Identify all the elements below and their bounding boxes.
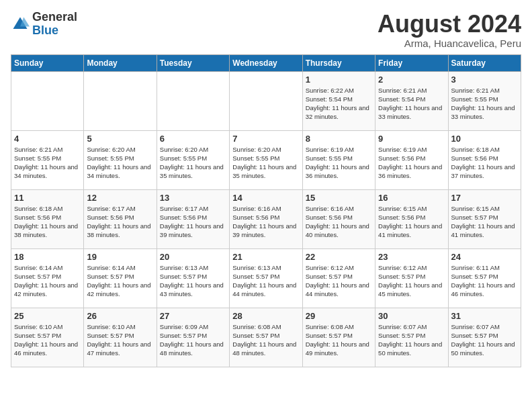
day-number: 4 [14, 134, 81, 144]
day-info: Sunrise: 6:10 AMSunset: 5:57 PMDaylight:… [14, 322, 81, 358]
day-info: Sunrise: 6:20 AMSunset: 5:55 PMDaylight:… [87, 145, 153, 181]
day-info: Sunrise: 6:11 AMSunset: 5:57 PMDaylight:… [451, 263, 518, 299]
logo: General Blue [11, 11, 77, 38]
calendar-cell: 3Sunrise: 6:21 AMSunset: 5:55 PMDaylight… [448, 71, 521, 130]
calendar-cell: 20Sunrise: 6:13 AMSunset: 5:57 PMDayligh… [157, 248, 229, 308]
day-info: Sunrise: 6:21 AMSunset: 5:54 PMDaylight:… [378, 86, 445, 122]
day-info: Sunrise: 6:15 AMSunset: 5:57 PMDaylight:… [451, 204, 518, 240]
day-number: 22 [306, 252, 372, 262]
calendar-cell: 17Sunrise: 6:15 AMSunset: 5:57 PMDayligh… [448, 189, 521, 248]
calendar-cell: 1Sunrise: 6:22 AMSunset: 5:54 PMDaylight… [302, 71, 375, 130]
day-info: Sunrise: 6:12 AMSunset: 5:57 PMDaylight:… [306, 263, 372, 299]
calendar-cell: 14Sunrise: 6:16 AMSunset: 5:56 PMDayligh… [230, 189, 302, 248]
day-number: 17 [451, 193, 518, 203]
day-number: 6 [160, 134, 226, 144]
day-number: 9 [378, 134, 445, 144]
day-number: 2 [378, 75, 445, 85]
logo-text: General Blue [32, 11, 77, 38]
day-number: 11 [14, 193, 81, 203]
calendar-cell: 11Sunrise: 6:18 AMSunset: 5:56 PMDayligh… [11, 189, 84, 248]
day-info: Sunrise: 6:14 AMSunset: 5:57 PMDaylight:… [14, 263, 81, 299]
day-info: Sunrise: 6:18 AMSunset: 5:56 PMDaylight:… [14, 204, 81, 240]
col-sunday: Sunday [11, 54, 84, 71]
page-header: General Blue August 2024 Arma, Huancavel… [11, 11, 521, 49]
calendar-cell: 22Sunrise: 6:12 AMSunset: 5:57 PMDayligh… [302, 248, 375, 308]
day-info: Sunrise: 6:09 AMSunset: 5:57 PMDaylight:… [160, 322, 226, 358]
day-info: Sunrise: 6:12 AMSunset: 5:57 PMDaylight:… [378, 263, 445, 299]
day-number: 19 [87, 252, 153, 262]
calendar-cell: 13Sunrise: 6:17 AMSunset: 5:56 PMDayligh… [157, 189, 229, 248]
day-number: 8 [306, 134, 372, 144]
day-number: 26 [87, 311, 153, 321]
day-info: Sunrise: 6:17 AMSunset: 5:56 PMDaylight:… [160, 204, 226, 240]
day-info: Sunrise: 6:16 AMSunset: 5:56 PMDaylight:… [232, 204, 299, 240]
calendar-cell: 2Sunrise: 6:21 AMSunset: 5:54 PMDaylight… [375, 71, 448, 130]
day-info: Sunrise: 6:16 AMSunset: 5:56 PMDaylight:… [306, 204, 372, 240]
col-friday: Friday [375, 54, 448, 71]
calendar-body: 1Sunrise: 6:22 AMSunset: 5:54 PMDaylight… [11, 71, 521, 367]
logo-general-text: General [32, 11, 77, 24]
day-number: 24 [451, 252, 518, 262]
day-number: 16 [378, 193, 445, 203]
day-number: 12 [87, 193, 153, 203]
calendar-week-4: 18Sunrise: 6:14 AMSunset: 5:57 PMDayligh… [11, 248, 521, 308]
day-number: 27 [160, 311, 226, 321]
day-number: 28 [232, 311, 299, 321]
day-info: Sunrise: 6:13 AMSunset: 5:57 PMDaylight:… [232, 263, 299, 299]
calendar-cell: 4Sunrise: 6:21 AMSunset: 5:55 PMDaylight… [11, 130, 84, 189]
logo-blue-text: Blue [32, 24, 77, 38]
day-number: 5 [87, 134, 153, 144]
calendar-cell: 25Sunrise: 6:10 AMSunset: 5:57 PMDayligh… [11, 308, 84, 367]
day-number: 31 [451, 311, 518, 321]
col-thursday: Thursday [302, 54, 375, 71]
calendar-week-3: 11Sunrise: 6:18 AMSunset: 5:56 PMDayligh… [11, 189, 521, 248]
day-number: 29 [306, 311, 372, 321]
day-info: Sunrise: 6:21 AMSunset: 5:55 PMDaylight:… [451, 86, 518, 122]
day-number: 20 [160, 252, 226, 262]
day-info: Sunrise: 6:15 AMSunset: 5:56 PMDaylight:… [378, 204, 445, 240]
day-info: Sunrise: 6:07 AMSunset: 5:57 PMDaylight:… [451, 322, 518, 358]
calendar-cell: 12Sunrise: 6:17 AMSunset: 5:56 PMDayligh… [84, 189, 157, 248]
calendar-subtitle: Arma, Huancavelica, Peru [378, 38, 521, 49]
calendar-cell: 28Sunrise: 6:08 AMSunset: 5:57 PMDayligh… [230, 308, 302, 367]
calendar-cell: 18Sunrise: 6:14 AMSunset: 5:57 PMDayligh… [11, 248, 84, 308]
col-saturday: Saturday [448, 54, 521, 71]
day-number: 30 [378, 311, 445, 321]
day-number: 25 [14, 311, 81, 321]
day-number: 18 [14, 252, 81, 262]
day-number: 10 [451, 134, 518, 144]
calendar-cell: 6Sunrise: 6:20 AMSunset: 5:55 PMDaylight… [157, 130, 229, 189]
col-tuesday: Tuesday [157, 54, 229, 71]
day-info: Sunrise: 6:22 AMSunset: 5:54 PMDaylight:… [306, 86, 372, 122]
day-number: 21 [232, 252, 299, 262]
calendar-week-5: 25Sunrise: 6:10 AMSunset: 5:57 PMDayligh… [11, 308, 521, 367]
logo-icon [11, 15, 30, 34]
day-info: Sunrise: 6:18 AMSunset: 5:56 PMDaylight:… [451, 145, 518, 181]
calendar-cell: 5Sunrise: 6:20 AMSunset: 5:55 PMDaylight… [84, 130, 157, 189]
day-info: Sunrise: 6:17 AMSunset: 5:56 PMDaylight:… [87, 204, 153, 240]
calendar-cell: 7Sunrise: 6:20 AMSunset: 5:55 PMDaylight… [230, 130, 302, 189]
calendar-week-2: 4Sunrise: 6:21 AMSunset: 5:55 PMDaylight… [11, 130, 521, 189]
calendar-cell: 23Sunrise: 6:12 AMSunset: 5:57 PMDayligh… [375, 248, 448, 308]
day-number: 1 [306, 75, 372, 85]
calendar-title: August 2024 [378, 11, 521, 38]
day-info: Sunrise: 6:21 AMSunset: 5:55 PMDaylight:… [14, 145, 81, 181]
day-number: 7 [232, 134, 299, 144]
calendar-table: Sunday Monday Tuesday Wednesday Thursday… [11, 54, 521, 367]
calendar-cell: 16Sunrise: 6:15 AMSunset: 5:56 PMDayligh… [375, 189, 448, 248]
calendar-cell: 8Sunrise: 6:19 AMSunset: 5:55 PMDaylight… [302, 130, 375, 189]
day-number: 23 [378, 252, 445, 262]
calendar-cell: 31Sunrise: 6:07 AMSunset: 5:57 PMDayligh… [448, 308, 521, 367]
col-wednesday: Wednesday [230, 54, 302, 71]
col-monday: Monday [84, 54, 157, 71]
day-info: Sunrise: 6:19 AMSunset: 5:56 PMDaylight:… [378, 145, 445, 181]
calendar-header: Sunday Monday Tuesday Wednesday Thursday… [11, 54, 521, 71]
calendar-cell: 27Sunrise: 6:09 AMSunset: 5:57 PMDayligh… [157, 308, 229, 367]
calendar-cell: 19Sunrise: 6:14 AMSunset: 5:57 PMDayligh… [84, 248, 157, 308]
day-info: Sunrise: 6:19 AMSunset: 5:55 PMDaylight:… [306, 145, 372, 181]
calendar-cell: 10Sunrise: 6:18 AMSunset: 5:56 PMDayligh… [448, 130, 521, 189]
title-block: August 2024 Arma, Huancavelica, Peru [378, 11, 521, 49]
calendar-cell [11, 71, 84, 130]
calendar-cell [84, 71, 157, 130]
day-info: Sunrise: 6:10 AMSunset: 5:57 PMDaylight:… [87, 322, 153, 358]
